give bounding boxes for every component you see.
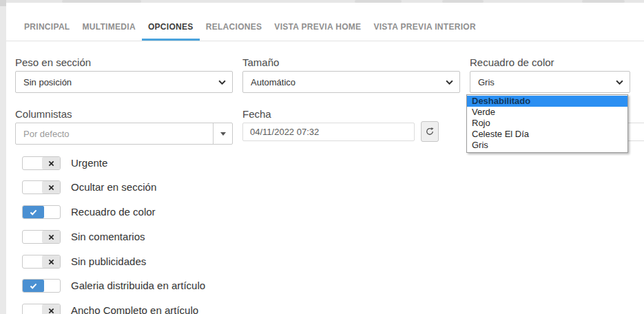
recuadro-de-color-label: Recuadro de color — [470, 56, 554, 68]
chevron-down-icon — [446, 80, 453, 85]
fecha-refresh-button[interactable] — [421, 121, 439, 142]
x-icon — [42, 231, 60, 243]
triangle-down-icon — [220, 132, 226, 136]
x-icon — [42, 255, 60, 268]
tab-principal[interactable]: PRINCIPAL — [18, 22, 76, 41]
galeria-distribuida-toggle[interactable] — [22, 279, 61, 293]
peso-en-seccion-select[interactable]: Sin posición — [15, 71, 233, 93]
x-icon — [42, 304, 60, 314]
peso-en-seccion-value: Sin posición — [23, 77, 72, 87]
peso-en-seccion-label: Peso en sección — [15, 56, 91, 68]
recuadro-de-color-select[interactable]: Gris — [470, 71, 630, 93]
dropdown-option-gris[interactable]: Gris — [467, 140, 627, 151]
dropdown-option-deshabilitado[interactable]: Deshabilitado — [467, 96, 627, 107]
tab-relaciones[interactable]: RELACIONES — [200, 22, 269, 41]
chevron-down-icon — [218, 80, 226, 85]
dropdown-option-verde[interactable]: Verde — [467, 107, 627, 118]
ancho-completo-toggle[interactable] — [22, 304, 61, 314]
tab-multimedia[interactable]: MULTIMEDIA — [76, 22, 141, 41]
tamano-value: Automático — [251, 77, 295, 87]
toggle-label: Galeria distribuida en artículo — [71, 280, 205, 291]
fecha-label: Fecha — [242, 108, 271, 120]
tab-bar: PRINCIPAL MULTIMEDIA OPCIONES RELACIONES… — [6, 3, 644, 41]
options-tab-page: PRINCIPAL MULTIMEDIA OPCIONES RELACIONES… — [0, 0, 644, 314]
urgente-toggle[interactable] — [22, 156, 61, 170]
chevron-down-icon — [616, 80, 623, 85]
corner-block — [0, 0, 6, 6]
toggle-label: Sin comentarios — [71, 231, 145, 242]
recuadro-de-color-value: Gris — [478, 77, 495, 87]
toggle-label: Sin publicidades — [71, 255, 146, 267]
sin-publicidades-toggle[interactable] — [22, 255, 61, 269]
recuadro-de-color-dropdown: Deshabilitado Verde Rojo Celeste El Día … — [466, 94, 628, 153]
columnistas-combobox[interactable]: Por defecto — [15, 123, 233, 145]
tamano-label: Tamaño — [242, 56, 279, 68]
left-page-strip — [0, 3, 6, 314]
tab-opciones[interactable]: OPCIONES — [142, 22, 200, 41]
toggle-label: Ancho Completo en artículo — [71, 304, 198, 314]
columnistas-value: Por defecto — [23, 129, 70, 139]
dropdown-option-rojo[interactable]: Rojo — [467, 118, 627, 129]
combobox-open-button[interactable] — [213, 123, 232, 144]
x-icon — [42, 157, 60, 169]
sin-comentarios-toggle[interactable] — [22, 230, 61, 244]
recuadro-de-color-toggle[interactable] — [22, 205, 61, 219]
check-icon — [23, 280, 44, 292]
dropdown-option-celeste-el-dia[interactable]: Celeste El Día — [467, 129, 627, 140]
toggle-label: Ocultar en sección — [71, 181, 156, 193]
refresh-icon — [425, 127, 435, 136]
toggle-label: Urgente — [71, 157, 107, 169]
fecha-input[interactable] — [242, 123, 415, 141]
toggle-label: Recuadro de color — [71, 206, 156, 218]
check-icon — [23, 206, 44, 218]
tamano-select[interactable]: Automático — [242, 71, 460, 93]
ocultar-en-seccion-toggle[interactable] — [22, 180, 61, 194]
tab-vista-previa-home[interactable]: VISTA PREVIA HOME — [268, 22, 367, 41]
x-icon — [42, 181, 60, 193]
tab-vista-previa-interior[interactable]: VISTA PREVIA INTERIOR — [367, 22, 482, 41]
columnistas-label: Columnistas — [15, 108, 72, 120]
